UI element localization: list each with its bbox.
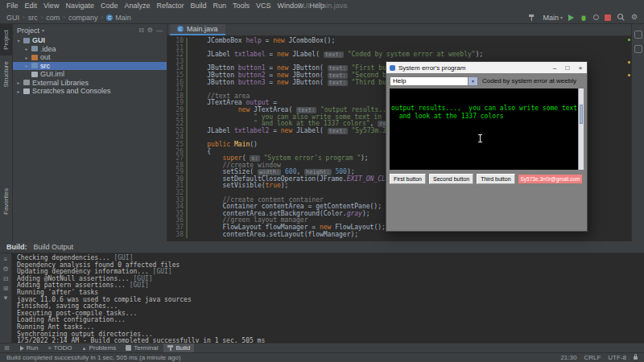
code-line[interactable]: 10 JComboBox help = new JComboBox();: [167, 38, 631, 45]
tab-build-output[interactable]: Build Output: [34, 243, 74, 251]
gear-icon[interactable]: ⚙: [2, 266, 8, 273]
code-token: help: [246, 37, 261, 44]
code-text: JComboBox help = new JComboBox();: [192, 38, 335, 45]
app-maximize-button[interactable]: □: [561, 62, 574, 73]
vcs-change-marker: [186, 232, 188, 239]
tool-window-button-problems[interactable]: Problems: [77, 343, 120, 352]
app-close-button[interactable]: ×: [574, 62, 587, 73]
chevron-right-icon: ▸: [24, 46, 29, 51]
textarea-scrollbar[interactable]: [578, 88, 584, 170]
profiler-button[interactable]: [593, 14, 599, 20]
expand-all-icon[interactable]: ⊞: [3, 286, 9, 292]
menu-code[interactable]: Code: [97, 2, 122, 10]
tool-window-button-build[interactable]: Build: [163, 343, 194, 352]
code-token: gray: [347, 210, 362, 217]
tree-item-gui-iml[interactable]: GUI.iml: [13, 70, 167, 79]
settings-gear-icon[interactable]: ⚙: [147, 27, 153, 34]
scratch-icon: [23, 88, 30, 94]
app-button-second-button[interactable]: Second button: [429, 174, 473, 184]
build-hammer-icon[interactable]: [528, 13, 537, 22]
output-textarea[interactable]: output results..., you can also write so…: [390, 88, 584, 170]
breadcrumb-item-gui[interactable]: GUI: [6, 14, 19, 22]
scrollbar-thumb[interactable]: [580, 105, 583, 124]
tool-button-project[interactable]: Project: [0, 24, 12, 56]
notifications-icon[interactable]: [634, 31, 642, 39]
tool-window-switcher-icon[interactable]: ⊞: [4, 344, 10, 352]
collapse-all-icon[interactable]: ⊟: [138, 27, 144, 34]
swing-app-window[interactable]: System error's program – □ × Help ▼ Code…: [386, 61, 588, 232]
menu-build[interactable]: Build: [187, 2, 209, 10]
vcs-change-marker: [186, 211, 188, 218]
email-label: Sy573e.3rr0r@gmail.com: [518, 175, 583, 183]
help-combobox[interactable]: Help ▼: [390, 76, 478, 86]
tree-item-gui[interactable]: ▾GUI: [13, 36, 167, 45]
combo-arrow-icon[interactable]: ▼: [468, 77, 477, 85]
debug-button[interactable]: [580, 14, 588, 22]
menu-view[interactable]: View: [40, 2, 62, 10]
menu-help[interactable]: Help: [307, 2, 328, 10]
app-window-controls: – □ ×: [548, 62, 587, 73]
menu-tools[interactable]: Tools: [229, 2, 253, 10]
chevron-down-icon[interactable]: ▾: [42, 27, 44, 33]
tree-item-out[interactable]: ▸out: [13, 53, 167, 62]
app-button-first-button[interactable]: First button: [390, 174, 426, 184]
breadcrumb-item-com[interactable]: com: [46, 14, 60, 22]
app-button-third-button[interactable]: Third button: [477, 174, 514, 184]
menu-refactor[interactable]: Refactor: [153, 2, 187, 10]
breadcrumb-label: company: [68, 14, 98, 22]
breadcrumb-item-src[interactable]: src: [28, 14, 38, 22]
textarea-content: output results..., you can also write so…: [391, 105, 584, 120]
menu-file[interactable]: File: [3, 2, 22, 10]
project-panel-title[interactable]: Project: [17, 27, 39, 35]
build-log[interactable]: Checking dependencies... [GUI]Dependency…: [12, 253, 644, 343]
line-ending-indicator[interactable]: CRLF: [584, 354, 601, 361]
tool-button-favorites[interactable]: Favorites: [0, 183, 12, 220]
caret-position[interactable]: 21:30: [560, 354, 576, 361]
breadcrumb-item-main[interactable]: CMain: [106, 14, 131, 22]
menu-analyze[interactable]: Analyze: [121, 2, 153, 10]
settings-gear-icon[interactable]: ⚙: [631, 14, 638, 21]
search-everywhere-icon[interactable]: [617, 13, 625, 22]
folder-icon: [23, 38, 30, 43]
tree-item-src[interactable]: ▸src: [13, 62, 167, 71]
hide-panel-icon[interactable]: —: [156, 27, 163, 34]
tree-item-idea[interactable]: ▸.idea: [13, 45, 167, 54]
vcs-change-marker: [186, 204, 188, 211]
vcs-change-marker: [186, 80, 188, 87]
credit-label: Coded by system error at weebly: [482, 77, 576, 84]
tree-item-external-libraries[interactable]: ▸External Libraries: [13, 79, 167, 88]
build-log-line: 1/5/2022 2:14 AM - Build completed succe…: [17, 338, 644, 343]
tree-item-scratches-and-consoles[interactable]: ▸Scratches and Consoles: [13, 87, 167, 96]
code-token: true: [266, 182, 281, 189]
error-stripe[interactable]: [628, 37, 630, 240]
run-config-select[interactable]: Main ▾: [543, 14, 563, 22]
menu-edit[interactable]: Edit: [22, 2, 41, 10]
collapse-all-icon[interactable]: ⊟: [3, 276, 9, 282]
encoding-indicator[interactable]: UTF-8: [608, 354, 626, 361]
tab-main-java[interactable]: C Main.java: [170, 24, 225, 35]
app-minimize-button[interactable]: –: [548, 62, 561, 73]
stop-button[interactable]: [605, 14, 611, 21]
filter-icon[interactable]: ≡: [4, 257, 8, 263]
tool-button-structure[interactable]: Structure: [0, 56, 12, 93]
code-line[interactable]: 12 JLabel txtlabel = new JLabel( text: "…: [167, 51, 631, 59]
lock-icon[interactable]: [634, 356, 638, 360]
breadcrumb-item-company[interactable]: company: [68, 14, 98, 22]
class-icon: C: [177, 26, 184, 32]
menu-run[interactable]: Run: [210, 2, 230, 10]
vcs-change-marker: [186, 72, 188, 80]
problems-icon: [81, 346, 86, 351]
tool-window-button-terminal[interactable]: Terminal: [122, 343, 162, 352]
scroll-down-icon[interactable]: ▼: [2, 295, 9, 302]
run-button[interactable]: [568, 14, 574, 21]
menu-window[interactable]: Window: [275, 2, 307, 10]
build-tool-icon[interactable]: [634, 45, 642, 53]
menu-vcs[interactable]: VCS: [253, 2, 275, 10]
vcs-change-marker: [186, 121, 188, 128]
status-bar-widgets: 21:30 CRLF UTF-8: [560, 354, 638, 361]
code-line[interactable]: 38 contentArea.setLayout(flowManager);: [167, 232, 631, 239]
tool-window-button-run[interactable]: Run: [16, 343, 43, 352]
app-title-bar[interactable]: System error's program – □ ×: [386, 62, 587, 73]
menu-navigate[interactable]: Navigate: [62, 2, 97, 10]
tool-window-button-todo[interactable]: TODO: [43, 343, 76, 352]
